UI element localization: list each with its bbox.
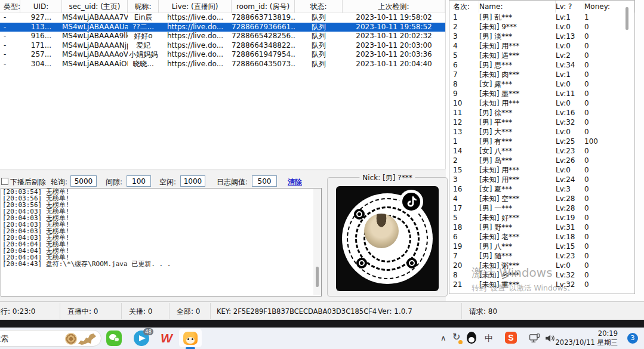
- table-row[interactable]: - 257... MS4wLjABAAAAoVp... 小娟妈妈 https:/…: [0, 50, 445, 60]
- rank-row[interactable]: 1 [男] 乱*** Lv:1 1: [449, 13, 634, 22]
- rank-cell-money: 0: [584, 70, 634, 79]
- rank-row[interactable]: 8 [女] 露*** Lv:0 0: [449, 79, 634, 89]
- network-icon[interactable]: [529, 333, 540, 344]
- rank-cell-name: [女] 夏***: [479, 184, 556, 194]
- rank-cell-rank: 12: [449, 118, 479, 127]
- rank-row[interactable]: 16 [女] 夏*** Lv:3 0: [449, 184, 634, 194]
- rank-row[interactable]: 17 [男] 一*** Lv:28 0: [449, 203, 634, 213]
- rank-row[interactable]: 12 [男] 平*** Lv:32 0: [449, 118, 634, 127]
- log-threshold-input[interactable]: [252, 175, 277, 187]
- taskbar: 搜索 48 W ∧ ↻ 中 S: [0, 328, 644, 349]
- rank-cell-rank: 4: [449, 41, 479, 51]
- rank-row[interactable]: 5 [未知] 好*** Lv:19 0: [449, 213, 634, 223]
- rank-panel-header: 名次: Name: Lv: ? Money:: [449, 1, 634, 13]
- wechat-icon[interactable]: [106, 331, 122, 346]
- rank-row[interactable]: 18 [男] 野*** Lv:31 0: [449, 223, 634, 232]
- rank-cell-rank: 1: [449, 137, 479, 146]
- sogou-input-icon[interactable]: S: [505, 332, 517, 344]
- rank-row[interactable]: 8 [未知] 乡*** Lv:32 0: [449, 270, 634, 280]
- rank-cell-name: [未知] 空***: [479, 194, 556, 203]
- rank-cell-money: 0: [584, 98, 634, 108]
- status-divider: [60, 303, 60, 319]
- rank-row[interactable]: 15 [未知] 用*** Lv:0 0: [449, 165, 634, 175]
- rank-cell-name: [未知] 乡***: [479, 270, 556, 280]
- cell-sec-uid: MS4wLjABAAAAUak...: [62, 23, 128, 32]
- status-divider: [210, 303, 211, 319]
- rank-row[interactable]: 11 [男] 徐*** Lv:16 0: [449, 108, 634, 118]
- rank-cell-money: 0: [584, 146, 634, 156]
- rank-cell-level: Lv:31: [556, 223, 584, 232]
- rank-cell-money: 0: [584, 213, 634, 223]
- cell-room-id: 7288665428256...: [232, 32, 295, 41]
- rank-cell-name: [男] 平***: [479, 118, 556, 127]
- qr-marker-bottom-right: [406, 258, 417, 268]
- remove-after-offline-checkbox[interactable]: [1, 178, 8, 185]
- rank-header-name[interactable]: Name:: [479, 1, 556, 13]
- header-uid[interactable]: UID:: [20, 0, 62, 13]
- rank-row[interactable]: 2 [男] 岛*** Lv:26 0: [449, 156, 634, 165]
- rank-panel-scrollbar[interactable]: [625, 7, 628, 30]
- header-last-check[interactable]: 上次检测:: [343, 0, 445, 13]
- rank-header-level[interactable]: Lv: ?: [556, 1, 584, 13]
- idle-input[interactable]: [180, 175, 205, 187]
- header-type[interactable]: 类型:: [0, 0, 20, 13]
- rank-row[interactable]: 21 [未知] 重*** Lv:32 0: [449, 280, 634, 289]
- rank-row[interactable]: 14 [女] 八*** Lv:23 0: [449, 146, 634, 156]
- rank-header-rank[interactable]: 名次:: [449, 1, 479, 13]
- notification-badge[interactable]: 3: [627, 333, 638, 344]
- rank-row[interactable]: 9 [未知] 墨*** Lv:11 0: [449, 89, 634, 98]
- header-live[interactable]: Live: (直播间): [159, 0, 232, 13]
- poll-input[interactable]: [70, 175, 97, 187]
- rank-cell-rank: 11: [449, 108, 479, 118]
- active-app-tile[interactable]: [179, 329, 202, 347]
- table-row[interactable]: - 927... MS4wLjABAAAA7V1... Ein辰 https:/…: [0, 13, 445, 23]
- clear-log-link[interactable]: 清除: [288, 177, 302, 187]
- rank-cell-name: [男] 有***: [479, 137, 556, 146]
- rank-row[interactable]: 20 [未知] 粥*** Lv:0 0: [449, 261, 634, 270]
- table-row[interactable]: - 916... MS4wLjABAAAA9lk... 好好o https://…: [0, 32, 445, 41]
- rank-cell-name: [未知] 9***: [479, 22, 556, 32]
- rank-cell-rank: 5: [449, 51, 479, 60]
- rank-cell-name: [未知] 重***: [479, 280, 556, 289]
- rank-cell-rank: 3: [449, 175, 479, 184]
- rank-row[interactable]: 10 [未知] 用*** Lv:0 0: [449, 98, 634, 108]
- rank-row[interactable]: 1 [男] 有*** Lv:25 100: [449, 137, 634, 146]
- wps-icon[interactable]: W: [159, 331, 174, 346]
- table-row[interactable]: - 113... MS4wLjABAAAAUak... ??二... https…: [0, 23, 445, 32]
- qq-icon[interactable]: [467, 332, 476, 344]
- rank-cell-level: Lv:0: [556, 127, 584, 137]
- log-scrollbar-thumb[interactable]: [316, 267, 319, 287]
- header-sec-uid[interactable]: sec_uid: (主页): [62, 0, 128, 13]
- rank-row[interactable]: 2 [未知] 9*** Lv:0 0: [449, 22, 634, 32]
- rank-row[interactable]: 5 [未知] 遇*** Lv:2 0: [449, 51, 634, 60]
- rank-row[interactable]: 6 [未知] 老*** Lv:18 0: [449, 232, 634, 242]
- cell-sec-uid: MS4wLjABAAAAoVp...: [62, 50, 128, 60]
- nick-groupbox: Nick: [男] ?***: [327, 177, 448, 297]
- tray-chevron-icon[interactable]: ∧: [440, 333, 446, 344]
- header-room-id[interactable]: room_id: (房号): [232, 0, 295, 13]
- rank-row[interactable]: 19 [男] 八*** Lv:15 0: [449, 242, 634, 251]
- header-status[interactable]: 状态:: [295, 0, 343, 13]
- rank-cell-money: 0: [584, 79, 634, 89]
- rank-row[interactable]: 7 [未知] 肉*** Lv:1 0: [449, 70, 634, 79]
- status-divider: [369, 303, 369, 319]
- offline-count: 关播: 0: [129, 307, 153, 316]
- rank-row[interactable]: 7 [男] 随*** Lv:23 0: [449, 251, 634, 261]
- volume-icon[interactable]: [544, 333, 555, 344]
- version-label: Ver: 1.0.7: [378, 307, 412, 316]
- rank-row[interactable]: 4 [未知] 空*** Lv:28 0: [449, 194, 634, 203]
- rank-row[interactable]: 3 [男] 淡*** Lv:13 0: [449, 32, 634, 41]
- rank-row[interactable]: 3 [未知] 用*** Lv:24 0: [449, 175, 634, 184]
- gap-input[interactable]: [127, 175, 151, 187]
- table-row[interactable]: - 304... MS4wLjABAAAAiOM... 晓晓... https:…: [0, 60, 445, 69]
- rank-row[interactable]: 13 [男] 大*** Lv:0 0: [449, 127, 634, 137]
- log-output[interactable]: [20:03:54] 无榜单! [20:03:56] 无榜单! [20:03:5…: [1, 188, 322, 297]
- table-row[interactable]: - 171... MS4wLjABAAAANjp... 爱妃 https://l…: [0, 41, 445, 51]
- ime-language-icon[interactable]: 中: [485, 333, 493, 344]
- header-nick[interactable]: 昵称:: [128, 0, 159, 13]
- rank-row[interactable]: 4 [未知] 用*** Lv:0 0: [449, 41, 634, 51]
- rank-row[interactable]: 6 [男] 思*** Lv:34 0: [449, 60, 634, 70]
- monitor-app-icon: [183, 332, 198, 345]
- taskbar-search-box[interactable]: 搜索: [0, 330, 101, 347]
- taskbar-clock[interactable]: 20:19 2023/10/11 星期三: [556, 329, 618, 347]
